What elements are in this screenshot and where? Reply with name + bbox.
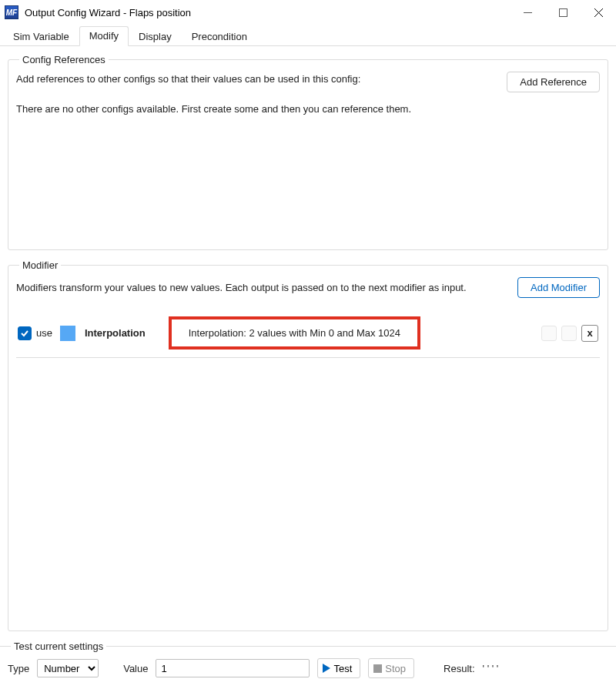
result-label: Result: <box>444 663 474 674</box>
app-icon: MF <box>5 5 18 19</box>
type-select[interactable]: Number <box>37 659 99 677</box>
modifier-color-swatch[interactable] <box>60 326 75 341</box>
value-input[interactable] <box>156 659 310 677</box>
play-icon <box>323 664 330 673</box>
modifier-delete-button[interactable]: x <box>581 325 598 342</box>
result-value: ' ' ' ' <box>483 663 499 674</box>
modifier-move-up-button[interactable] <box>541 326 557 341</box>
add-modifier-button[interactable]: Add Modifier <box>517 277 600 298</box>
window-controls <box>510 0 616 25</box>
tab-modify[interactable]: Modify <box>79 26 129 46</box>
modifier-name: Interpolation <box>85 327 146 339</box>
svg-rect-1 <box>559 8 567 16</box>
add-reference-button[interactable]: Add Reference <box>507 72 600 92</box>
stop-button-label: Stop <box>385 663 406 674</box>
title-bar: MF Output Config Wizard - Flaps position <box>0 0 616 25</box>
modifier-description-highlight: Interpolation: 2 values with Min 0 and M… <box>169 316 420 350</box>
modifier-row: use Interpolation Interpolation: 2 value… <box>16 312 600 358</box>
content-area: Config References Add references to othe… <box>0 46 616 641</box>
tab-strip: Sim Variable Modify Display Precondition <box>0 25 616 46</box>
test-button[interactable]: Test <box>317 658 360 678</box>
config-references-legend: Config References <box>19 54 109 65</box>
modifier-description: Interpolation: 2 values with Min 0 and M… <box>189 327 400 339</box>
modifier-help-text: Modifiers transform your values to new v… <box>16 282 517 293</box>
modifier-use-label: use <box>36 327 52 339</box>
modifier-move-down-button[interactable] <box>561 326 577 341</box>
close-button[interactable] <box>581 0 616 25</box>
test-button-label: Test <box>333 663 352 674</box>
modifier-panel: Modifier Modifiers transform your values… <box>8 259 608 631</box>
modifier-use-checkbox[interactable] <box>18 326 32 340</box>
maximize-button[interactable] <box>545 0 581 25</box>
stop-button[interactable]: Stop <box>368 658 414 678</box>
test-settings-legend: Test current settings <box>11 641 106 652</box>
modifier-legend: Modifier <box>19 259 61 271</box>
tab-precondition[interactable]: Precondition <box>182 27 257 46</box>
test-settings-panel: Test current settings Type Number Value … <box>0 641 616 679</box>
config-references-help-text: Add references to other configs so that … <box>16 72 507 87</box>
tab-display[interactable]: Display <box>129 27 182 46</box>
window-title: Output Config Wizard - Flaps position <box>25 7 191 18</box>
config-references-panel: Config References Add references to othe… <box>8 54 608 250</box>
config-references-empty-msg: There are no other configs available. Fi… <box>16 102 507 117</box>
tab-sim-variable[interactable]: Sim Variable <box>3 27 79 46</box>
value-label: Value <box>123 663 148 674</box>
config-references-help: Add references to other configs so that … <box>16 72 507 117</box>
minimize-button[interactable] <box>510 0 545 25</box>
stop-icon <box>373 664 382 673</box>
type-label: Type <box>8 663 29 674</box>
